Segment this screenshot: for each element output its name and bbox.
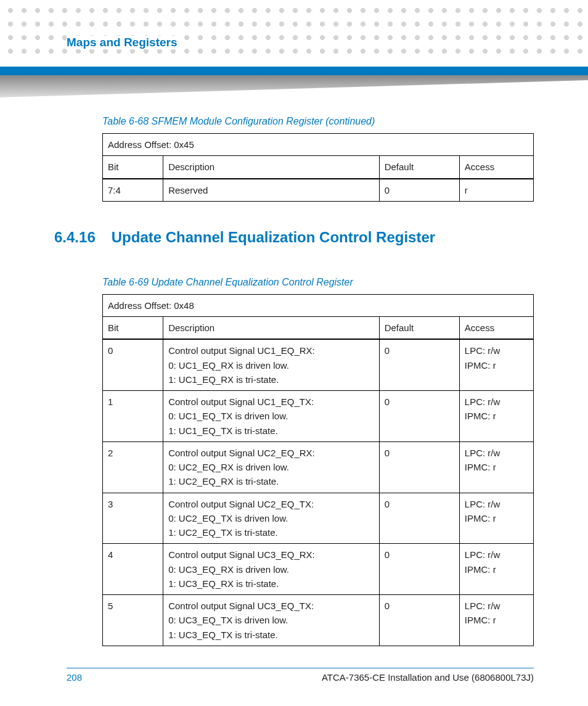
text-line: 1: UC2_EQ_TX is tri-state. (168, 525, 374, 540)
table-69-address-offset: Address Offset: 0x48 (103, 294, 534, 316)
text-line: IPMC: r (465, 511, 528, 525)
table-69: Address Offset: 0x48 Bit Description Def… (102, 294, 534, 646)
text-line: LPC: r/w (465, 548, 528, 562)
cell-access: LPC: r/wIPMC: r (459, 493, 533, 544)
cell-bit: 7:4 (103, 179, 163, 202)
text-line: 0: UC3_EQ_RX is driven low. (168, 562, 374, 577)
cell-access: LPC: r/wIPMC: r (459, 441, 533, 493)
text-line: Reserved (168, 183, 374, 197)
section-title: Update Channel Equalization Control Regi… (112, 229, 435, 246)
col-header-bit: Bit (103, 317, 163, 340)
text-line: LPC: r/w (465, 497, 528, 511)
table-row: 5Control output Signal UC3_EQ_TX:0: UC3_… (103, 595, 534, 646)
cell-description: Control output Signal UC2_EQ_RX:0: UC2_E… (163, 441, 380, 493)
col-header-description: Description (163, 317, 380, 340)
text-line: LPC: r/w (465, 343, 528, 358)
cell-bit: 3 (103, 493, 163, 544)
table-row: 0Control output Signal UC1_EQ_RX:0: UC1_… (103, 339, 534, 390)
text-line: IPMC: r (465, 562, 528, 577)
svg-marker-0 (0, 75, 588, 97)
footer-document-title: ATCA-7365-CE Installation and Use (68068… (322, 672, 534, 683)
cell-description: Control output Signal UC1_EQ_TX:0: UC1_E… (163, 391, 380, 442)
text-line: IPMC: r (465, 613, 528, 627)
text-line: 0: UC2_EQ_TX is driven low. (168, 511, 374, 525)
cell-default: 0 (379, 595, 459, 646)
cell-bit: 4 (103, 544, 163, 595)
text-line: Control output Signal UC1_EQ_RX: (168, 343, 374, 358)
cell-bit: 0 (103, 339, 163, 390)
col-header-default: Default (379, 156, 459, 179)
text-line: 1: UC1_EQ_TX is tri-state. (168, 424, 374, 438)
col-header-bit: Bit (103, 156, 163, 179)
text-line: IPMC: r (465, 409, 528, 423)
text-line: 1: UC3_EQ_TX is tri-state. (168, 628, 374, 642)
text-line: LPC: r/w (465, 599, 528, 613)
cell-default: 0 (379, 544, 459, 595)
text-line: 0: UC2_EQ_RX is driven low. (168, 460, 374, 474)
page-footer: 208 ATCA-7365-CE Installation and Use (6… (67, 668, 534, 683)
page-number: 208 (67, 672, 82, 683)
text-line: LPC: r/w (465, 395, 528, 409)
text-line: 0: UC3_EQ_TX is driven low. (168, 613, 374, 627)
table-row: 7:4Reserved0r (103, 179, 534, 202)
cell-description: Reserved (163, 179, 380, 202)
text-line: 1: UC2_EQ_RX is tri-state. (168, 474, 374, 488)
cell-description: Control output Signal UC2_EQ_TX:0: UC2_E… (163, 493, 380, 544)
col-header-default: Default (379, 317, 459, 340)
table-69-body: 0Control output Signal UC1_EQ_RX:0: UC1_… (103, 339, 534, 646)
table-68-caption: Table 6-68 SFMEM Module Configuration Re… (102, 116, 534, 127)
table-row: 2Control output Signal UC2_EQ_RX:0: UC2_… (103, 441, 534, 493)
cell-access: LPC: r/wIPMC: r (459, 544, 533, 595)
cell-access: LPC: r/wIPMC: r (459, 595, 533, 646)
table-row: 1Control output Signal UC1_EQ_TX:0: UC1_… (103, 391, 534, 442)
col-header-description: Description (163, 156, 380, 179)
cell-default: 0 (379, 441, 459, 493)
table-68-body: 7:4Reserved0r (103, 179, 534, 202)
cell-access: LPC: r/wIPMC: r (459, 339, 533, 390)
text-line: 0: UC1_EQ_TX is driven low. (168, 409, 374, 423)
text-line: 1: UC3_EQ_RX is tri-state. (168, 577, 374, 591)
text-line: Control output Signal UC2_EQ_TX: (168, 497, 374, 511)
header-gray-wedge (0, 75, 588, 99)
col-header-access: Access (459, 156, 533, 179)
header-dot-pattern (0, 0, 588, 62)
text-line: LPC: r/w (465, 446, 528, 460)
cell-description: Control output Signal UC3_EQ_RX:0: UC3_E… (163, 544, 380, 595)
text-line: IPMC: r (465, 358, 528, 372)
text-line: IPMC: r (465, 460, 528, 474)
table-68: Address Offset: 0x45 Bit Description Def… (102, 133, 534, 202)
section-number: 6.4.16 (54, 229, 96, 246)
cell-default: 0 (379, 391, 459, 442)
cell-bit: 5 (103, 595, 163, 646)
chapter-title: Maps and Registers (67, 36, 182, 49)
cell-description: Control output Signal UC3_EQ_TX:0: UC3_E… (163, 595, 380, 646)
table-row: 3Control output Signal UC2_EQ_TX:0: UC2_… (103, 493, 534, 544)
cell-access: LPC: r/wIPMC: r (459, 391, 533, 442)
header-blue-bar (0, 67, 588, 75)
text-line: Control output Signal UC2_EQ_RX: (168, 446, 374, 460)
table-68-address-offset: Address Offset: 0x45 (103, 134, 534, 156)
cell-default: 0 (379, 493, 459, 544)
text-line: 0: UC1_EQ_RX is driven low. (168, 358, 374, 372)
col-header-access: Access (459, 317, 533, 340)
text-line: Control output Signal UC3_EQ_RX: (168, 548, 374, 562)
cell-access: r (459, 179, 533, 202)
text-line: r (465, 183, 528, 197)
text-line: 1: UC1_EQ_RX is tri-state. (168, 372, 374, 387)
cell-bit: 2 (103, 441, 163, 493)
table-69-caption: Table 6-69 Update Channel Equalization C… (102, 277, 534, 288)
text-line: Control output Signal UC1_EQ_TX: (168, 395, 374, 409)
cell-description: Control output Signal UC1_EQ_RX:0: UC1_E… (163, 339, 380, 390)
text-line: Control output Signal UC3_EQ_TX: (168, 599, 374, 613)
cell-bit: 1 (103, 391, 163, 442)
section-heading: 6.4.16 Update Channel Equalization Contr… (54, 229, 534, 246)
table-row: 4Control output Signal UC3_EQ_RX:0: UC3_… (103, 544, 534, 595)
cell-default: 0 (379, 339, 459, 390)
page-content: Table 6-68 SFMEM Module Configuration Re… (67, 116, 534, 646)
cell-default: 0 (379, 179, 459, 202)
